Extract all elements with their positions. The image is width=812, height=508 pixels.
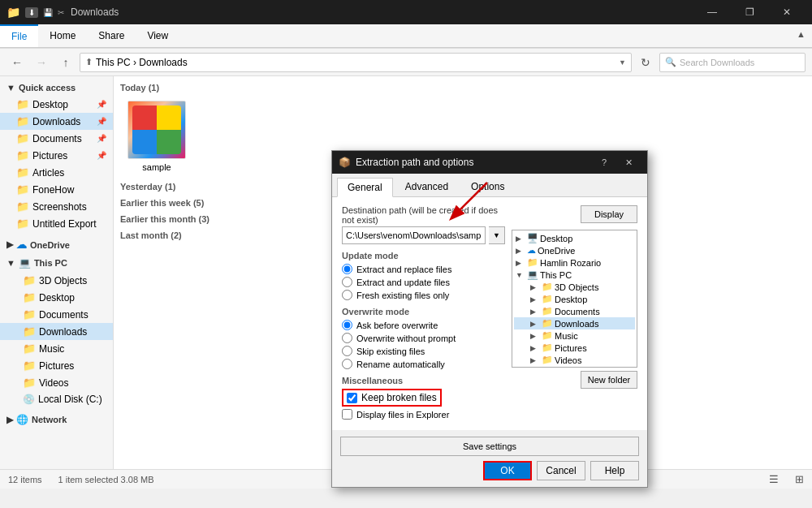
tab-share[interactable]: Share [87, 24, 136, 47]
onedrive-arrow: ▶ [6, 239, 13, 250]
tree-node-documents-child[interactable]: ▶ 📁 Documents [514, 305, 635, 317]
radio-fresh-existing[interactable]: Fresh existing files only [342, 290, 505, 300]
radio-extract-replace-input[interactable] [342, 264, 352, 274]
dialog-tab-general[interactable]: General [337, 178, 393, 197]
forward-button[interactable]: → [31, 52, 52, 73]
display-button[interactable]: Display [581, 205, 637, 223]
tree-node-videos-child[interactable]: ▶ 📁 Videos [514, 354, 635, 366]
dialog-tab-options[interactable]: Options [460, 177, 515, 196]
date-group-today: Today (1) [120, 83, 806, 93]
address-path[interactable]: ⬆ This PC › Downloads ▼ [80, 53, 632, 72]
display-files-label[interactable]: Display files in Explorer [342, 409, 505, 420]
keep-broken-checkbox[interactable] [347, 393, 357, 403]
sidebar-item-documents[interactable]: 📁 Documents 📌 [0, 130, 113, 147]
tree-node-desktop[interactable]: ▶ 🖥️ Desktop [514, 232, 635, 244]
radio-fresh-existing-input[interactable] [342, 290, 352, 300]
radio-extract-update[interactable]: Extract and update files [342, 277, 505, 287]
onedrive-icon: ☁ [16, 239, 27, 251]
folder-icon: 📁 [16, 98, 29, 110]
tree-node-desktop-child[interactable]: ▶ 📁 Desktop [514, 293, 635, 305]
address-bar: ← → ↑ ⬆ This PC › Downloads ▼ ↻ 🔍 Search… [0, 49, 812, 76]
update-mode-label: Update mode [342, 251, 505, 260]
pin-icon: 📌 [97, 151, 106, 160]
pin-icon: 📌 [97, 117, 106, 126]
destination-input[interactable] [342, 226, 486, 244]
sidebar-item-screenshots[interactable]: 📁 Screenshots [0, 198, 113, 215]
quick-access-arrow: ▼ [6, 83, 15, 93]
radio-ask-overwrite[interactable]: Ask before overwrite [342, 320, 505, 330]
folder-icon: 📁 [16, 115, 29, 127]
tree-node-onedrive[interactable]: ▶ ☁ OneDrive [514, 244, 635, 256]
title-bar: 📁 ⬇ 💾 ✂ Downloads — ❐ ✕ [0, 0, 812, 24]
folder-icon: 📁 [23, 308, 36, 321]
radio-overwrite-prompt[interactable]: Overwrite without prompt [342, 333, 505, 343]
tree-node-downloads-child[interactable]: ▶ 📁 Downloads [514, 317, 635, 329]
tree-node-music-child[interactable]: ▶ 📁 Music [514, 329, 635, 342]
radio-extract-replace[interactable]: Extract and replace files [342, 264, 505, 274]
sidebar-item-untitled-export[interactable]: 📁 Untitled Export [0, 215, 113, 232]
thispc-arrow: ▼ [6, 258, 15, 268]
minimize-button[interactable]: — [693, 0, 731, 24]
thispc-header[interactable]: ▼ 💻 This PC [0, 254, 113, 272]
sidebar-item-downloads-pc[interactable]: 📁 Downloads [0, 323, 113, 340]
help-button[interactable]: Help [590, 461, 639, 480]
quick-access-header[interactable]: ▼ Quick access [0, 80, 113, 96]
radio-extract-update-input[interactable] [342, 277, 352, 287]
keep-broken-label[interactable]: Keep broken files [342, 389, 442, 407]
selected-info: 1 item selected 3.08 MB [58, 475, 154, 484]
tree-node-pictures-child[interactable]: ▶ 📁 Pictures [514, 342, 635, 354]
tree-node-local-disk-child[interactable]: ▶ 💿 Local Disk (C:) [514, 366, 635, 368]
save-settings-button[interactable]: Save settings [340, 437, 639, 456]
sidebar-item-desktop[interactable]: 📁 Desktop 📌 [0, 96, 113, 113]
back-button[interactable]: ← [6, 52, 28, 73]
tree-view[interactable]: ▶ 🖥️ Desktop ▶ ☁ OneDrive ▶ 📁 Hamlin [512, 230, 637, 368]
radio-rename-auto[interactable]: Rename automatically [342, 359, 505, 369]
sidebar-item-local-disk[interactable]: 💿 Local Disk (C:) [0, 391, 113, 407]
tree-node-hamlin[interactable]: ▶ 📁 Hamlin Rozario [514, 256, 635, 269]
sidebar-item-downloads[interactable]: 📁 Downloads 📌 [0, 113, 113, 130]
close-button[interactable]: ✕ [768, 0, 806, 24]
sidebar-item-3dobjects[interactable]: 📁 3D Objects [0, 272, 113, 289]
tab-file[interactable]: File [0, 24, 38, 47]
cancel-button[interactable]: Cancel [537, 461, 585, 480]
tree-node-thispc[interactable]: ▼ 💻 This PC [514, 269, 635, 281]
destination-dropdown-btn[interactable]: ▼ [489, 226, 505, 244]
tab-view[interactable]: View [136, 24, 179, 47]
display-files-checkbox[interactable] [342, 409, 352, 420]
dialog-tab-advanced[interactable]: Advanced [395, 177, 459, 196]
dropdown-arrow[interactable]: ▼ [619, 58, 626, 67]
pin-icon: 📌 [97, 134, 106, 143]
sidebar-item-desktop-pc[interactable]: 📁 Desktop [0, 289, 113, 306]
dialog-title-bar: 📦 Extraction path and options ? ✕ [332, 151, 647, 174]
onedrive-header[interactable]: ▶ ☁ OneDrive [0, 235, 113, 254]
sidebar-item-pictures-pc[interactable]: 📁 Pictures [0, 357, 113, 374]
tab-home[interactable]: Home [38, 24, 87, 47]
ok-button[interactable]: OK [483, 461, 532, 480]
radio-overwrite-prompt-input[interactable] [342, 333, 352, 343]
sidebar-item-music[interactable]: 📁 Music [0, 340, 113, 357]
folder-icon: 📁 [23, 359, 36, 372]
radio-skip-existing-input[interactable] [342, 346, 352, 356]
radio-ask-overwrite-input[interactable] [342, 320, 352, 330]
expand-ribbon-btn[interactable]: ▲ [790, 24, 812, 47]
file-item-sample[interactable]: sample [120, 97, 193, 175]
thispc-tree-icon: 💻 [527, 269, 538, 280]
sidebar-item-pictures[interactable]: 📁 Pictures 📌 [0, 147, 113, 164]
view-toggle-list[interactable]: ☰ [769, 473, 779, 485]
view-toggle-grid[interactable]: ⊞ [795, 473, 804, 485]
tree-node-3dobjects-child[interactable]: ▶ 📁 3D Objects [514, 281, 635, 293]
maximize-button[interactable]: ❐ [731, 0, 768, 24]
dialog-close-btn[interactable]: ✕ [616, 151, 641, 174]
sidebar-item-fonehow[interactable]: 📁 FoneHow [0, 181, 113, 198]
radio-skip-existing[interactable]: Skip existing files [342, 346, 505, 356]
sidebar-item-videos[interactable]: 📁 Videos [0, 374, 113, 391]
search-box[interactable]: 🔍 Search Downloads [659, 53, 806, 72]
sidebar-item-documents-pc[interactable]: 📁 Documents [0, 306, 113, 323]
new-folder-button[interactable]: New folder [581, 371, 637, 389]
dialog-help-btn[interactable]: ? [592, 151, 616, 174]
up-button[interactable]: ↑ [55, 52, 76, 73]
sidebar-item-articles[interactable]: 📁 Articles [0, 164, 113, 181]
refresh-button[interactable]: ↻ [635, 52, 656, 73]
radio-rename-auto-input[interactable] [342, 359, 352, 369]
network-header[interactable]: ▶ 🌐 Network [0, 411, 113, 428]
